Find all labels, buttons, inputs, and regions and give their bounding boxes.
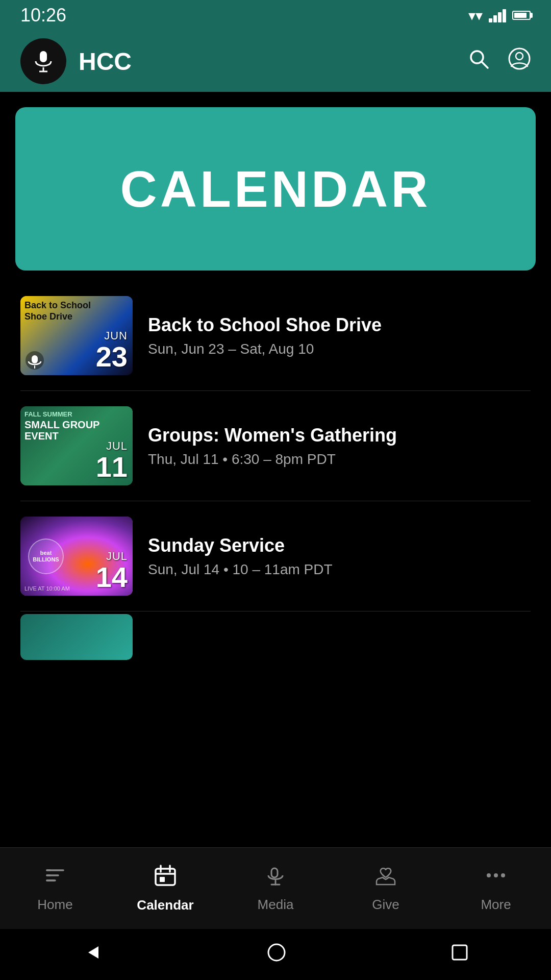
header-left: HCC xyxy=(20,38,132,84)
event-date-range-2: Thu, Jul 11 • 6:30 – 8pm PDT xyxy=(148,451,531,468)
svg-point-25 xyxy=(494,873,498,877)
app-name: HCC xyxy=(79,47,132,76)
search-icon[interactable] xyxy=(467,47,490,75)
svg-rect-21 xyxy=(271,868,278,877)
home-icon xyxy=(44,864,66,892)
event-item-3[interactable]: beatBILLIONS JUL 14 LIVE AT 10:00 AM Sun… xyxy=(0,501,551,611)
calendar-icon xyxy=(154,864,177,892)
svg-rect-0 xyxy=(40,51,47,62)
more-icon xyxy=(485,864,507,892)
nav-item-give[interactable]: Give xyxy=(331,864,441,913)
nav-label-home: Home xyxy=(37,897,72,913)
svg-point-28 xyxy=(268,944,285,961)
header-right xyxy=(467,47,531,75)
profile-icon[interactable] xyxy=(508,47,531,75)
svg-line-4 xyxy=(482,62,488,68)
event-title-3: Sunday Service xyxy=(148,534,531,556)
event-thumbnail-3: beatBILLIONS JUL 14 LIVE AT 10:00 AM xyxy=(20,517,133,596)
event-thumbnail-1: Back to SchoolShoe Drive JUN 23 xyxy=(20,296,133,375)
svg-point-26 xyxy=(501,873,505,877)
event-thumbnail-2: fall summer SMALL GROUPEVENT JUL 11 xyxy=(20,406,133,485)
status-icons: ▾▾ xyxy=(468,7,531,24)
nav-item-home[interactable]: Home xyxy=(0,864,110,913)
svg-marker-27 xyxy=(88,946,98,959)
svg-rect-20 xyxy=(160,877,165,882)
android-nav xyxy=(0,929,551,980)
nav-label-calendar: Calendar xyxy=(137,897,193,913)
event-date-range-3: Sun, Jul 14 • 10 – 11am PDT xyxy=(148,561,531,578)
event-title-2: Groups: Women's Gathering xyxy=(148,424,531,446)
events-list: Back to SchoolShoe Drive JUN 23 Back to … xyxy=(0,271,551,673)
event-item-partial[interactable] xyxy=(0,611,551,663)
event-item[interactable]: Back to SchoolShoe Drive JUN 23 Back to … xyxy=(0,281,551,390)
nav-item-calendar[interactable]: Calendar xyxy=(110,864,220,913)
app-logo[interactable] xyxy=(20,38,66,84)
event-info-1: Back to School Shoe Drive Sun, Jun 23 – … xyxy=(148,314,531,357)
status-bar: 10:26 ▾▾ xyxy=(0,0,551,31)
calendar-banner: CALENDAR xyxy=(15,107,536,271)
signal-icon xyxy=(489,8,506,22)
nav-label-media: Media xyxy=(258,897,294,913)
event-info-2: Groups: Women's Gathering Thu, Jul 11 • … xyxy=(148,424,531,468)
svg-point-6 xyxy=(516,53,523,60)
media-icon xyxy=(264,864,287,892)
wifi-icon: ▾▾ xyxy=(468,7,483,24)
event-item-2[interactable]: fall summer SMALL GROUPEVENT JUL 11 Grou… xyxy=(0,391,551,501)
back-button[interactable] xyxy=(82,942,103,967)
nav-item-more[interactable]: More xyxy=(441,864,551,913)
recents-button[interactable] xyxy=(450,943,469,966)
status-time: 10:26 xyxy=(20,5,66,26)
nav-item-media[interactable]: Media xyxy=(220,864,331,913)
svg-point-24 xyxy=(487,873,491,877)
give-icon xyxy=(374,864,397,892)
svg-rect-8 xyxy=(32,355,38,363)
bottom-nav: Home Calendar Media xyxy=(0,847,551,929)
home-button[interactable] xyxy=(267,943,286,966)
svg-rect-29 xyxy=(453,945,467,960)
battery-icon xyxy=(512,11,531,20)
nav-label-give: Give xyxy=(372,897,399,913)
event-thumbnail-4 xyxy=(20,614,133,660)
mic-icon xyxy=(31,48,56,74)
nav-label-more: More xyxy=(481,897,511,913)
event-date-range-1: Sun, Jun 23 – Sat, Aug 10 xyxy=(148,341,531,357)
svg-rect-16 xyxy=(156,869,175,885)
event-title-1: Back to School Shoe Drive xyxy=(148,314,531,336)
event-info-3: Sunday Service Sun, Jul 14 • 10 – 11am P… xyxy=(148,534,531,578)
banner-title: CALENDAR xyxy=(120,160,431,218)
app-header: HCC xyxy=(0,31,551,92)
